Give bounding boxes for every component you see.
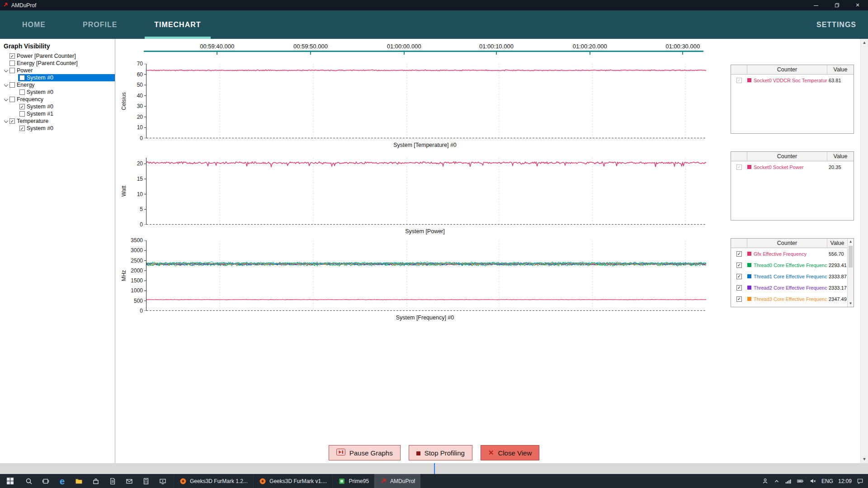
taskbar-app-prime95[interactable]: Prime95 (332, 474, 374, 488)
timeline-tick-label: 01:00:30.000 (665, 43, 700, 50)
tree-item-6-frequency[interactable]: Frequency (0, 96, 115, 103)
window-scrollbar[interactable]: ▲ ▼ (860, 39, 868, 463)
chevron-up-icon[interactable] (774, 478, 780, 484)
tree-checkbox[interactable] (9, 118, 15, 124)
stop-button[interactable]: Stop Profiling (409, 445, 472, 460)
start-icon[interactable] (0, 474, 20, 488)
close-button[interactable]: ✕Close View (481, 445, 539, 460)
file-explorer-icon[interactable] (71, 474, 87, 488)
volume-muted-icon[interactable] (809, 478, 816, 484)
scroll-thumb[interactable] (849, 246, 853, 267)
tree-checkbox[interactable] (19, 75, 25, 80)
restore-button[interactable] (826, 0, 847, 10)
column-header-counter[interactable]: Counter (747, 152, 827, 161)
column-header-counter[interactable]: Counter (747, 239, 827, 248)
counter-name: Gfx Effective Frequency (754, 251, 807, 257)
counter-row[interactable]: Gfx Effective Frequency556.70 (731, 248, 854, 259)
chevron-down-icon[interactable] (2, 84, 9, 87)
counter-name: Socket0 VDDCR Soc Temperature (754, 78, 827, 83)
counter-checkbox[interactable] (736, 251, 742, 257)
counter-checkbox[interactable] (736, 263, 742, 268)
battery-icon[interactable] (797, 478, 804, 484)
tree-item-2-power[interactable]: Power (0, 67, 115, 74)
tree-checkbox[interactable] (19, 104, 25, 109)
calculator-icon[interactable] (137, 474, 154, 488)
minimize-button[interactable] (806, 0, 826, 10)
movies-tv-icon[interactable] (154, 474, 171, 488)
y-tick-label: 1500 (131, 277, 143, 284)
graph-visibility-sidebar: Graph Visibility Power [Parent Counter]E… (0, 39, 115, 463)
tree-item-4-energy[interactable]: Energy (0, 81, 115, 89)
amduprof-icon (380, 478, 387, 484)
tree-item-label: Energy [Parent Counter] (17, 60, 78, 66)
edge-icon[interactable]: e (54, 474, 71, 488)
tree-item-label: Energy (17, 82, 35, 88)
windows-taskbar: e Geeks3D FurMark 1.2...Geeks3D FurMark … (0, 474, 868, 488)
counter-row[interactable]: Thread4 Core Effective Frequency (731, 305, 854, 307)
tree-checkbox[interactable] (9, 68, 15, 73)
tree-checkbox[interactable] (9, 82, 15, 88)
language-indicator[interactable]: ENG (821, 478, 833, 484)
taskbar-app-geeks3d-furmark-v1[interactable]: Geeks3D FurMark v1.... (253, 474, 332, 488)
tab-profile[interactable]: PROFILE (73, 10, 127, 39)
timechart-main: 00:59:40.00000:59:50.00001:00:00.00001:0… (116, 39, 868, 463)
tree-checkbox[interactable] (9, 97, 15, 102)
tree-checkbox[interactable] (19, 89, 25, 95)
notification-icon[interactable] (857, 478, 863, 484)
panel-scrollbar[interactable]: ▲▼ (847, 239, 854, 307)
series-color-chip (747, 297, 751, 301)
timechart-plot-1[interactable] (144, 158, 706, 225)
network-icon[interactable] (785, 478, 792, 484)
counter-row[interactable]: Socket0 Socket Power20.35 (731, 161, 854, 173)
tree-item-9-temperature[interactable]: Temperature (0, 117, 115, 125)
counter-row[interactable]: Socket0 VDDCR Soc Temperature63.81 (731, 75, 854, 86)
tab-settings[interactable]: SETTINGS (816, 10, 856, 39)
tree-checkbox[interactable] (9, 61, 15, 66)
scroll-up-icon[interactable]: ▲ (861, 39, 868, 47)
counter-checkbox[interactable] (736, 274, 742, 279)
store-icon[interactable] (87, 474, 104, 488)
chevron-down-icon[interactable] (2, 69, 9, 72)
scroll-down-icon[interactable]: ▼ (848, 300, 854, 307)
notepad-icon[interactable] (104, 474, 121, 488)
taskbar-app-amduprof[interactable]: AMDuProf (374, 474, 420, 488)
close-window-button[interactable]: ✕ (847, 0, 868, 10)
chevron-down-icon[interactable] (2, 98, 9, 101)
person-icon[interactable] (762, 478, 769, 484)
tab-timechart[interactable]: TIMECHART (145, 10, 210, 39)
tree-checkbox[interactable] (9, 53, 15, 59)
tab-home[interactable]: HOME (13, 10, 55, 39)
timechart-plot-2[interactable] (144, 240, 706, 311)
taskbar-app-geeks3d-furmark-1-2[interactable]: Geeks3D FurMark 1.2... (174, 474, 253, 488)
stop-icon (416, 449, 420, 457)
chevron-down-icon[interactable] (2, 120, 9, 123)
search-icon[interactable] (20, 474, 37, 488)
counter-row[interactable]: Thread2 Core Effective Frequency2333.17 (731, 282, 854, 293)
tree-item-3-system-0[interactable]: System #0 (18, 74, 115, 81)
tree-item-10-system-0[interactable]: System #0 (18, 125, 115, 132)
y-tick-label: 70 (137, 61, 143, 67)
pause-button[interactable]: Pause Graphs (329, 445, 401, 460)
column-header-value[interactable]: Value (827, 152, 854, 161)
timechart-plot-0[interactable] (144, 64, 706, 138)
furmark-icon (179, 478, 187, 485)
tree-checkbox[interactable] (19, 126, 25, 131)
counter-row[interactable]: Thread1 Core Effective Frequency2333.87 (731, 271, 854, 282)
tree-checkbox[interactable] (19, 111, 25, 117)
clock[interactable]: 12:09 (838, 478, 852, 484)
counter-row[interactable]: Thread0 Core Effective Frequency2293.41 (731, 259, 854, 271)
column-header-counter[interactable]: Counter (747, 65, 827, 74)
tree-item-1-energy-parent-counter[interactable]: Energy [Parent Counter] (0, 60, 115, 67)
mail-icon[interactable] (121, 474, 137, 488)
tree-item-8-system-1[interactable]: System #1 (18, 110, 115, 117)
scroll-up-icon[interactable]: ▲ (848, 239, 854, 245)
counter-checkbox[interactable] (736, 296, 742, 302)
tree-item-0-power-parent-counter[interactable]: Power [Parent Counter] (0, 52, 115, 60)
tree-item-7-system-0[interactable]: System #0 (18, 103, 115, 110)
counter-row[interactable]: Thread3 Core Effective Frequency2347.49 (731, 293, 854, 305)
tree-item-label: Frequency (17, 96, 43, 103)
column-header-value[interactable]: Value (827, 65, 854, 74)
task-view-icon[interactable] (37, 474, 54, 488)
tree-item-5-system-0[interactable]: System #0 (18, 89, 115, 96)
counter-checkbox[interactable] (736, 285, 742, 291)
